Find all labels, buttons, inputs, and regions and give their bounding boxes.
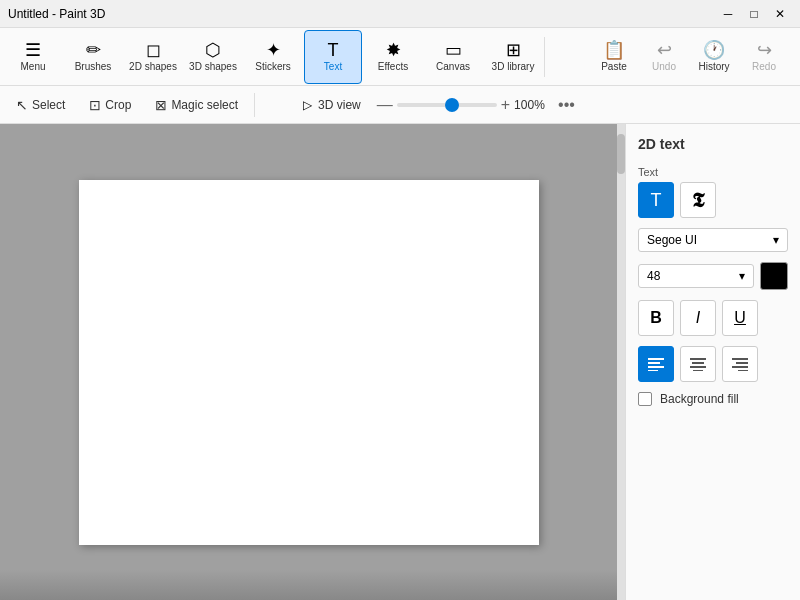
canvas-label: Canvas [436, 61, 470, 72]
tool-canvas[interactable]: ▭Canvas [424, 30, 482, 84]
tool-stickers[interactable]: ✦Stickers [244, 30, 302, 84]
main-area: 2D text Text T 𝕿 Segoe UI ▾ 48 ▾ B I U [0, 124, 800, 600]
zoom-value: 100% [514, 98, 554, 112]
3dshapes-icon: ⬡ [205, 41, 221, 59]
text-label: Text [324, 61, 342, 72]
title-bar-controls: ─ □ ✕ [716, 4, 792, 24]
text-normal-button[interactable]: T [638, 182, 674, 218]
effects-icon: ✸ [386, 41, 401, 59]
menu-label: Menu [20, 61, 45, 72]
underline-button[interactable]: U [722, 300, 758, 336]
3dshapes-label: 3D shapes [189, 61, 237, 72]
secondary-toolbar: ↖ Select ⊡ Crop ⊠ Magic select ▷ 3D view… [0, 86, 800, 124]
3dlibrary-icon: ⊞ [506, 41, 521, 59]
tool-3dlibrary[interactable]: ⊞3D library [484, 30, 542, 84]
color-picker[interactable] [760, 262, 788, 290]
view3d-area: ▷ 3D view [303, 98, 361, 112]
3dlibrary-label: 3D library [492, 61, 535, 72]
canvas-icon: ▭ [445, 41, 462, 59]
brushes-icon: ✏ [86, 41, 101, 59]
stickers-icon: ✦ [266, 41, 281, 59]
zoom-controls: — + 100% ••• [377, 96, 575, 114]
redo-label: Redo [752, 61, 776, 72]
text-section-label: Text [638, 166, 788, 178]
text-section: Text T 𝕿 [638, 166, 788, 218]
tool-effects[interactable]: ✸Effects [364, 30, 422, 84]
scroll-bar[interactable] [617, 124, 625, 600]
align-right-button[interactable] [722, 346, 758, 382]
font-name: Segoe UI [647, 233, 697, 247]
history-label: History [698, 61, 729, 72]
crop-label: Crop [105, 98, 131, 112]
background-fill-checkbox[interactable] [638, 392, 652, 406]
action-undo: ↩Undo [640, 30, 688, 84]
font-section: Segoe UI ▾ [638, 228, 788, 252]
text-style-row: T 𝕿 [638, 182, 788, 218]
font-chevron: ▾ [773, 233, 779, 247]
3dview-icon: ▷ [303, 98, 312, 112]
effects-label: Effects [378, 61, 408, 72]
panel-title: 2D text [638, 136, 788, 152]
background-fill-label: Background fill [660, 392, 739, 406]
title-text: Untitled - Paint 3D [8, 7, 105, 21]
toolbar-tools: ☰Menu✏Brushes◻2D shapes⬡3D shapes✦Sticke… [4, 30, 542, 84]
action-paste[interactable]: 📋Paste [590, 30, 638, 84]
right-panel: 2D text Text T 𝕿 Segoe UI ▾ 48 ▾ B I U [625, 124, 800, 600]
align-center-button[interactable] [680, 346, 716, 382]
size-value: 48 [647, 269, 660, 283]
size-dropdown[interactable]: 48 ▾ [638, 264, 754, 288]
paste-label: Paste [601, 61, 627, 72]
select-label: Select [32, 98, 65, 112]
tool-text[interactable]: TText [304, 30, 362, 84]
magic-select-tool[interactable]: ⊠ Magic select [147, 93, 246, 117]
align-row [638, 346, 788, 382]
italic-button[interactable]: I [680, 300, 716, 336]
maximize-button[interactable]: □ [742, 4, 766, 24]
bold-button[interactable]: B [638, 300, 674, 336]
select-tool[interactable]: ↖ Select [8, 93, 73, 117]
select-icon: ↖ [16, 97, 28, 113]
zoom-thumb [445, 98, 459, 112]
scroll-thumb[interactable] [617, 134, 625, 174]
font-dropdown[interactable]: Segoe UI ▾ [638, 228, 788, 252]
toolbar: ☰Menu✏Brushes◻2D shapes⬡3D shapes✦Sticke… [0, 28, 800, 86]
drawing-canvas[interactable] [79, 180, 539, 545]
toolbar-actions: 📋Paste↩Undo🕐History↪Redo [590, 30, 796, 84]
redo-icon: ↪ [757, 41, 772, 59]
magic-select-icon: ⊠ [155, 97, 167, 113]
canvas-area[interactable] [0, 124, 617, 600]
size-chevron: ▾ [739, 269, 745, 283]
zoom-minus-button[interactable]: — [377, 96, 393, 114]
align-left-button[interactable] [638, 346, 674, 382]
close-button[interactable]: ✕ [768, 4, 792, 24]
undo-icon: ↩ [657, 41, 672, 59]
tool-brushes[interactable]: ✏Brushes [64, 30, 122, 84]
zoom-slider[interactable] [397, 103, 497, 107]
action-history[interactable]: 🕐History [690, 30, 738, 84]
tool-3dshapes[interactable]: ⬡3D shapes [184, 30, 242, 84]
3dview-label: 3D view [318, 98, 361, 112]
menu-icon: ☰ [25, 41, 41, 59]
text-icon: T [328, 41, 339, 59]
paste-icon: 📋 [603, 41, 625, 59]
format-row: B I U [638, 300, 788, 336]
text-fancy-button[interactable]: 𝕿 [680, 182, 716, 218]
crop-icon: ⊡ [89, 97, 101, 113]
background-fill-row: Background fill [638, 392, 788, 406]
more-button[interactable]: ••• [558, 96, 575, 114]
tool-menu[interactable]: ☰Menu [4, 30, 62, 84]
crop-tool[interactable]: ⊡ Crop [81, 93, 139, 117]
stickers-label: Stickers [255, 61, 291, 72]
2dshapes-label: 2D shapes [129, 61, 177, 72]
secondary-sep [254, 93, 255, 117]
tool-2dshapes[interactable]: ◻2D shapes [124, 30, 182, 84]
2dshapes-icon: ◻ [146, 41, 161, 59]
history-icon: 🕐 [703, 41, 725, 59]
size-row: 48 ▾ [638, 262, 788, 290]
action-redo: ↪Redo [740, 30, 788, 84]
title-bar: Untitled - Paint 3D ─ □ ✕ [0, 0, 800, 28]
zoom-plus-button[interactable]: + [501, 96, 510, 114]
minimize-button[interactable]: ─ [716, 4, 740, 24]
brushes-label: Brushes [75, 61, 112, 72]
magic-select-label: Magic select [171, 98, 238, 112]
